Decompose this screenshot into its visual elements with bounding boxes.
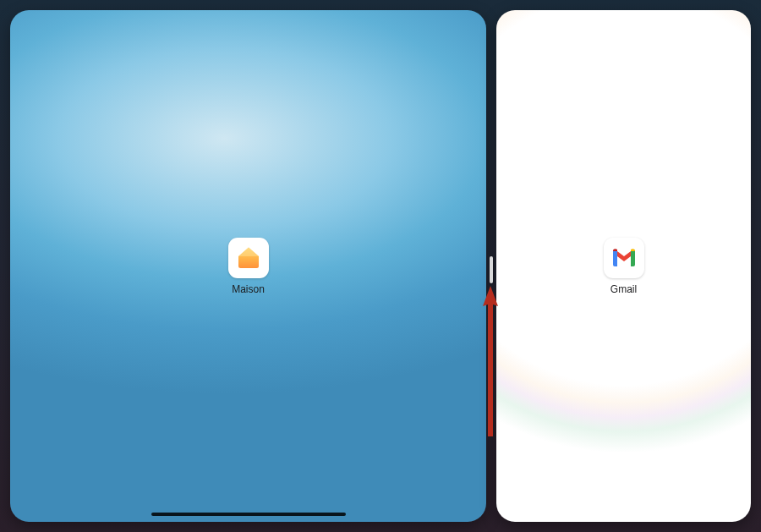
split-view-left-app[interactable]: Maison [10, 10, 486, 522]
app-left-label: Maison [232, 283, 265, 295]
split-view-divider-handle[interactable] [490, 256, 493, 283]
home-icon [228, 238, 269, 278]
app-right: Gmail [604, 238, 644, 295]
home-indicator[interactable] [151, 513, 346, 516]
split-view-right-app[interactable]: Gmail [496, 10, 751, 522]
gmail-icon [604, 238, 644, 278]
app-right-label: Gmail [610, 283, 637, 295]
app-left: Maison [228, 238, 269, 295]
